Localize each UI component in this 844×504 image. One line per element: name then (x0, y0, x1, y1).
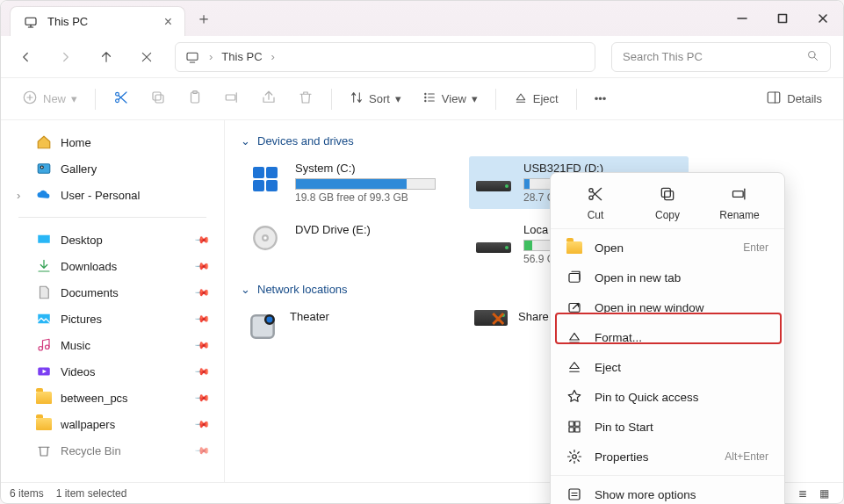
plus-circle-icon (22, 90, 38, 108)
svg-point-24 (263, 235, 268, 241)
ctx-label: Show more options (595, 488, 696, 501)
ellipsis-icon: ••• (595, 92, 607, 105)
navbar: › This PC › Search This PC (1, 36, 843, 78)
ctx-label: Pin to Quick access (595, 391, 699, 404)
onedrive-icon (36, 187, 52, 203)
forward-button[interactable] (54, 49, 78, 65)
sidebar-item-gallery[interactable]: Gallery (4, 155, 220, 182)
tab-title: This PC (47, 15, 88, 28)
drive-dvd-e[interactable]: DVD Drive (E:) (241, 218, 460, 270)
svg-point-20 (39, 347, 43, 351)
more-button[interactable]: ••• (586, 87, 616, 111)
ctx-open-new-window[interactable]: Open in new window (551, 292, 784, 322)
paste-button[interactable] (178, 84, 212, 113)
network-item[interactable]: Theater (241, 305, 460, 351)
eject-button[interactable]: Eject (505, 85, 567, 112)
view-button[interactable]: View ▾ (414, 85, 487, 112)
minimize-button[interactable] (722, 1, 762, 36)
view-grid-icon[interactable]: ▦ (814, 486, 834, 501)
chevron-down-icon: ▾ (472, 92, 478, 105)
ctx-rename[interactable]: Rename (713, 185, 766, 221)
sort-button[interactable]: Sort ▾ (341, 85, 410, 112)
view-list-icon[interactable]: ≣ (793, 486, 812, 501)
chevron-right-icon[interactable]: › (17, 189, 27, 202)
ctx-properties[interactable]: PropertiesAlt+Enter (551, 442, 784, 472)
sidebar-item-user[interactable]: ›User - Personal (4, 182, 220, 208)
folder-icon (36, 416, 52, 432)
ctx-hint: Enter (743, 241, 768, 254)
sidebar-item-downloads[interactable]: Downloads📌 (4, 253, 220, 279)
status-count: 6 items (10, 487, 44, 500)
sidebar-item-videos[interactable]: Videos📌 (4, 358, 220, 385)
copy-button[interactable] (141, 84, 175, 113)
eject-icon (514, 90, 528, 107)
share-button[interactable] (252, 84, 285, 113)
desktop-icon (36, 232, 52, 248)
svg-point-17 (40, 166, 43, 169)
rename-icon (224, 90, 240, 108)
back-button[interactable] (13, 49, 38, 65)
svg-rect-37 (575, 428, 580, 432)
address-bar[interactable]: › This PC › (175, 42, 595, 72)
sidebar-item-recyclebin[interactable]: Recycle Bin📌 (4, 437, 220, 464)
chevron-down-icon: ▾ (395, 92, 401, 105)
sidebar-item-desktop[interactable]: Desktop📌 (4, 227, 220, 253)
ctx-format[interactable]: Format... (551, 322, 784, 352)
download-icon (36, 258, 52, 274)
svg-point-26 (265, 315, 274, 324)
delete-button[interactable] (289, 84, 322, 113)
ctx-open-new-tab[interactable]: Open in new tab (551, 263, 784, 292)
sidebar-item-home[interactable]: Home (4, 129, 220, 155)
details-pane-button[interactable]: Details (757, 84, 831, 113)
drive-name: System (C:) (295, 162, 436, 175)
ctx-pin-quick[interactable]: Pin to Quick access (551, 382, 784, 412)
drive-sub: 19.8 GB free of 99.3 GB (295, 191, 436, 204)
svg-rect-11 (226, 95, 235, 100)
ctx-more-options[interactable]: Show more options (551, 479, 784, 504)
sidebar-label: Documents (61, 286, 119, 299)
svg-rect-30 (661, 188, 670, 197)
up-button[interactable] (94, 49, 119, 65)
drive-system-c[interactable]: System (C:) 19.8 GB free of 99.3 GB (241, 156, 460, 209)
svg-rect-19 (38, 314, 50, 324)
new-tab-button[interactable]: ＋ (196, 8, 212, 29)
svg-rect-7 (155, 95, 163, 103)
ctx-open[interactable]: OpenEnter (551, 233, 784, 263)
svg-point-12 (425, 93, 426, 94)
scissors-icon (587, 185, 604, 205)
close-tab-icon[interactable]: × (164, 14, 172, 30)
pin-icon: 📌 (193, 231, 210, 248)
pin-icon: 📌 (193, 336, 210, 353)
section-devices[interactable]: ⌄Devices and drives (241, 134, 827, 148)
sidebar-item-music[interactable]: Music📌 (4, 332, 220, 358)
sidebar-item-folder[interactable]: between_pcs📌 (4, 385, 220, 411)
copy-icon (150, 90, 166, 108)
trash-icon (36, 443, 52, 458)
breadcrumb-this-pc[interactable]: This PC (221, 50, 262, 63)
tab-this-pc[interactable]: This PC × (10, 6, 185, 36)
ctx-cut[interactable]: Cut (569, 185, 622, 221)
close-button[interactable] (803, 1, 843, 36)
ctx-pin-start[interactable]: Pin to Start (551, 412, 784, 442)
svg-rect-34 (569, 421, 573, 426)
maximize-button[interactable] (762, 1, 803, 36)
svg-rect-1 (779, 15, 787, 23)
ctx-label: Rename (719, 209, 759, 221)
sidebar-item-pictures[interactable]: Pictures📌 (4, 306, 220, 332)
rename-button[interactable] (215, 84, 249, 113)
search-box[interactable]: Search This PC (611, 42, 831, 72)
gallery-icon (36, 161, 52, 176)
refresh-stop-button[interactable] (134, 50, 159, 64)
windows-icon (253, 167, 278, 191)
sidebar-item-documents[interactable]: Documents📌 (4, 279, 220, 306)
new-button[interactable]: New ▾ (13, 84, 86, 113)
cut-button[interactable] (105, 84, 138, 113)
view-label: View (442, 92, 466, 105)
pin-icon: 📌 (193, 257, 210, 274)
pin-icon: 📌 (193, 389, 210, 406)
svg-point-13 (425, 97, 426, 97)
sidebar-item-folder[interactable]: wallpapers📌 (4, 411, 220, 437)
ctx-eject[interactable]: Eject (551, 352, 784, 382)
chevron-right-icon[interactable]: › (271, 50, 275, 63)
ctx-copy[interactable]: Copy (641, 185, 694, 221)
